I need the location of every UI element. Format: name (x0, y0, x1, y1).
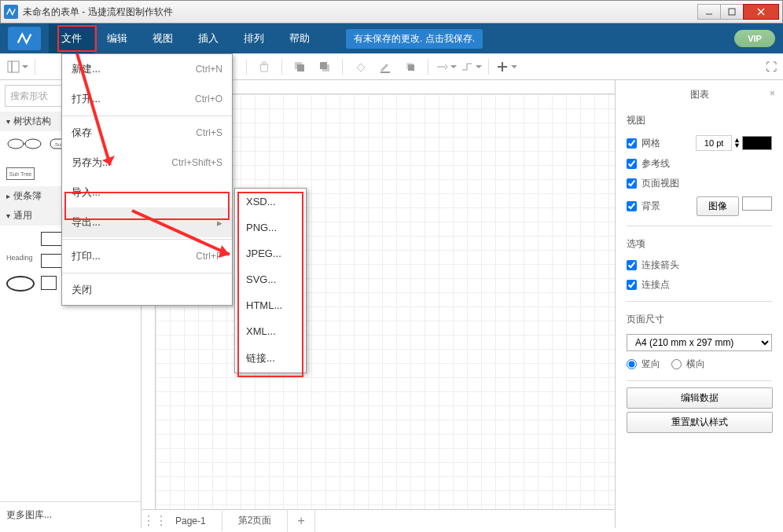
export-link[interactable]: 链接... (235, 344, 306, 372)
shape-double-ellipse[interactable] (6, 276, 35, 292)
menuitem-new[interactable]: 新建...Ctrl+N (62, 54, 232, 84)
shadow-icon[interactable] (399, 57, 421, 76)
close-button[interactable] (743, 4, 779, 20)
window-title: 未命名的表单 - 迅捷流程图制作软件 (23, 6, 698, 19)
menu-arrange[interactable]: 排列 (231, 24, 277, 53)
pagesize-select[interactable]: A4 (210 mm x 297 mm) (627, 334, 772, 351)
points-checkbox[interactable] (627, 280, 637, 290)
menu-help[interactable]: 帮助 (277, 24, 322, 53)
svg-rect-7 (297, 64, 304, 72)
section-view: 视图 (616, 109, 783, 132)
export-xsd[interactable]: XSD... (235, 189, 306, 215)
delete-icon[interactable] (253, 57, 275, 76)
svg-point-16 (8, 139, 24, 149)
titlebar: 未命名的表单 - 迅捷流程图制作软件 (0, 0, 783, 24)
landscape-radio[interactable] (671, 359, 682, 369)
menuitem-print[interactable]: 打印...Ctrl+P (62, 241, 232, 271)
fullscreen-icon[interactable]: ⛶ (766, 61, 777, 73)
menuitem-saveas[interactable]: 另存为...Ctrl+Shift+S (62, 148, 232, 178)
vip-badge[interactable]: VIP (734, 30, 775, 47)
insert-icon[interactable] (495, 57, 517, 76)
shape-heading[interactable]: Heading (6, 254, 35, 270)
svg-rect-5 (12, 61, 19, 72)
shape-square[interactable] (41, 254, 63, 268)
shape-square2[interactable] (41, 276, 57, 290)
portrait-radio[interactable] (627, 359, 637, 369)
menuitem-export[interactable]: 导出...▸ (62, 207, 232, 237)
waypoint-icon[interactable] (460, 57, 482, 76)
grid-color[interactable] (742, 136, 772, 150)
grip-icon[interactable]: ⋮⋮ (142, 513, 160, 528)
edit-data-button[interactable]: 编辑数据 (627, 387, 773, 409)
section-pagesize: 页面尺寸 (616, 308, 783, 331)
svg-rect-1 (729, 9, 735, 15)
tab-page2[interactable]: 第2页面 (222, 509, 289, 532)
bg-checkbox[interactable] (627, 201, 637, 211)
export-png[interactable]: PNG... (235, 215, 306, 240)
menu-view[interactable]: 视图 (140, 24, 186, 53)
bg-color[interactable] (742, 196, 772, 211)
export-xml[interactable]: XML... (235, 318, 306, 344)
shape-empty[interactable] (6, 232, 35, 248)
right-panel: 图表× 视图 网格▲▼ 参考线 页面视图 背景图像 选项 连接箭头 连接点 页面… (615, 80, 783, 528)
shape-linked-ellipse[interactable] (6, 138, 42, 150)
menuitem-import[interactable]: 导入... (62, 178, 232, 207)
panel-close-icon[interactable]: × (770, 88, 775, 99)
connection-icon[interactable] (435, 57, 457, 76)
maximize-button[interactable] (720, 4, 744, 20)
svg-rect-9 (320, 62, 327, 69)
section-options: 选项 (616, 233, 783, 255)
logo-icon[interactable] (8, 27, 41, 50)
app-icon (4, 5, 18, 19)
to-front-icon[interactable] (289, 57, 311, 76)
panel-title: 图表 (690, 89, 709, 100)
export-jpeg[interactable]: JPEG... (235, 240, 306, 266)
image-button[interactable]: 图像 (697, 196, 739, 216)
add-page-button[interactable]: + (288, 509, 314, 533)
guides-checkbox[interactable] (627, 159, 637, 169)
fill-color-icon[interactable] (349, 57, 371, 76)
page-tabs: ⋮⋮ Page-1 第2页面 + (142, 509, 614, 531)
tab-page1[interactable]: Page-1 (160, 511, 222, 531)
export-submenu: XSD... PNG... JPEG... SVG... HTML... XML… (234, 188, 307, 373)
menu-insert[interactable]: 插入 (186, 24, 231, 53)
menuitem-close[interactable]: 关闭 (62, 275, 232, 305)
more-shapes[interactable]: 更多图库... (0, 501, 141, 528)
line-color-icon[interactable] (374, 57, 396, 76)
menubar: 文件 编辑 视图 插入 排列 帮助 有未保存的更改. 点击我保存. VIP (0, 24, 783, 53)
export-html[interactable]: HTML... (235, 292, 306, 318)
shape-subtree[interactable]: Sub Tree (6, 167, 35, 180)
file-dropdown: 新建...Ctrl+N 打开...Ctrl+O 保存Ctrl+S 另存为...C… (61, 53, 233, 306)
grid-size-input[interactable] (696, 135, 732, 151)
svg-point-17 (25, 139, 41, 149)
to-back-icon[interactable] (314, 57, 336, 76)
pageview-checkbox[interactable] (627, 178, 637, 189)
svg-rect-4 (8, 61, 12, 72)
menu-file[interactable]: 文件 (49, 24, 94, 53)
arrows-checkbox[interactable] (627, 260, 637, 270)
menuitem-open[interactable]: 打开...Ctrl+O (62, 84, 232, 114)
save-notice[interactable]: 有未保存的更改. 点击我保存. (346, 29, 483, 49)
grid-checkbox[interactable] (627, 138, 637, 149)
menu-edit[interactable]: 编辑 (94, 24, 140, 53)
layout-dropdown[interactable] (6, 57, 28, 76)
svg-rect-12 (408, 64, 414, 71)
minimize-button[interactable] (697, 4, 721, 20)
menuitem-save[interactable]: 保存Ctrl+S (62, 118, 232, 148)
reset-style-button[interactable]: 重置默认样式 (627, 412, 773, 433)
export-svg[interactable]: SVG... (235, 266, 306, 292)
